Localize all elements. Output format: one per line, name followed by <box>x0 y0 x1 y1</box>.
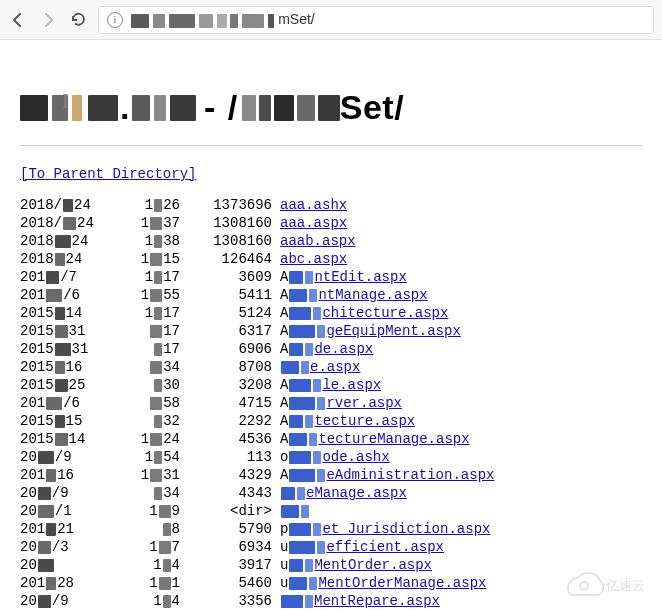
file-link[interactable]: eManage.aspx <box>306 484 407 502</box>
size-cell: 6934 <box>180 538 280 556</box>
date-cell: 201516 <box>20 358 120 376</box>
time-cell: 8 <box>120 520 180 538</box>
list-item: 20143917uMentOrder.aspx <box>20 556 642 574</box>
size-cell: 5124 <box>180 304 280 322</box>
time-cell: 32 <box>120 412 180 430</box>
list-item: 2012185790pet_Jurisdiction.aspx <box>20 520 642 538</box>
date-cell: 201525 <box>20 376 120 394</box>
size-cell: 1373696 <box>180 196 280 214</box>
name-cell: abc.aspx <box>280 250 642 268</box>
name-cell: Ade.aspx <box>280 340 642 358</box>
name-cell: pet_Jurisdiction.aspx <box>280 520 642 538</box>
file-link[interactable]: e.aspx <box>310 358 360 376</box>
time-cell: 117 <box>120 268 180 286</box>
date-cell: 201514 <box>20 304 120 322</box>
time-cell: 115 <box>120 250 180 268</box>
name-cell: Achitecture.aspx <box>280 304 642 322</box>
file-link[interactable]: le.aspx <box>322 376 381 394</box>
file-link[interactable]: tecture.aspx <box>314 412 415 430</box>
size-cell: 3208 <box>180 376 280 394</box>
size-cell: 126464 <box>180 250 280 268</box>
forward-button[interactable] <box>38 10 58 30</box>
parent-directory-link[interactable]: [To Parent Directory] <box>20 166 196 182</box>
list-item: 201/71173609AntEdit.aspx <box>20 268 642 286</box>
date-cell: 2018/24 <box>20 196 120 214</box>
time-cell: 154 <box>120 448 180 466</box>
file-link[interactable]: de.aspx <box>314 340 373 358</box>
name-cell: uefficient.aspx <box>280 538 642 556</box>
back-button[interactable] <box>8 10 28 30</box>
name-cell: aaa.aspx <box>280 214 642 232</box>
time-cell: 34 <box>120 358 180 376</box>
file-link[interactable]: et_Jurisdiction.aspx <box>322 520 490 538</box>
list-item: 20/3176934uefficient.aspx <box>20 538 642 556</box>
file-link[interactable]: ntEdit.aspx <box>314 268 406 286</box>
name-cell: AeAdministration.aspx <box>280 466 642 484</box>
time-cell: 34 <box>120 484 180 502</box>
size-cell: 4329 <box>180 466 280 484</box>
time-cell: 131 <box>120 466 180 484</box>
date-cell: 20/1 <box>20 502 120 520</box>
date-cell: 20 <box>20 556 120 574</box>
size-cell: <dir> <box>180 502 280 520</box>
file-link[interactable]: rver.aspx <box>326 394 402 412</box>
name-cell: e.aspx <box>280 358 642 376</box>
file-link[interactable]: eAdministration.aspx <box>326 466 494 484</box>
name-cell: AntManage.aspx <box>280 286 642 304</box>
time-cell: 17 <box>120 340 180 358</box>
size-cell: 3609 <box>180 268 280 286</box>
file-link[interactable]: ode.ashx <box>322 448 389 466</box>
list-item: 2018/241261373696aaa.ashx <box>20 196 642 214</box>
date-cell: 20121 <box>20 520 120 538</box>
file-link[interactable]: MentRepare.aspx <box>314 592 440 610</box>
size-cell: 6906 <box>180 340 280 358</box>
file-link[interactable]: ntManage.aspx <box>318 286 427 304</box>
date-cell: 201824 <box>20 232 120 250</box>
size-cell: 4536 <box>180 430 280 448</box>
file-link[interactable]: MentOrderManage.aspx <box>318 574 486 592</box>
time-cell: 117 <box>120 304 180 322</box>
name-cell: aaa.ashx <box>280 196 642 214</box>
date-cell: 20116 <box>20 466 120 484</box>
list-item: 201/6584715Arver.aspx <box>20 394 642 412</box>
size-cell: 1308160 <box>180 232 280 250</box>
file-link[interactable]: tectureManage.aspx <box>318 430 469 448</box>
list-item: 20128115460uMentOrderManage.aspx <box>20 574 642 592</box>
file-link[interactable]: chitecture.aspx <box>322 304 448 322</box>
list-item: 201824115126464abc.aspx <box>20 250 642 268</box>
size-cell: 5790 <box>180 520 280 538</box>
date-cell: 20128 <box>20 574 120 592</box>
date-cell: 2018/24 <box>20 214 120 232</box>
address-bar[interactable]: i mSet/ <box>98 6 654 34</box>
size-cell: 2292 <box>180 412 280 430</box>
url-text: mSet/ <box>131 11 315 27</box>
file-link[interactable]: efficient.aspx <box>326 538 444 556</box>
name-cell: oode.ashx <box>280 448 642 466</box>
list-item: 2015141244536AtectureManage.aspx <box>20 430 642 448</box>
divider <box>20 145 642 146</box>
time-cell: 30 <box>120 376 180 394</box>
reload-button[interactable] <box>68 10 88 30</box>
list-item: 20/119<dir> <box>20 502 642 520</box>
size-cell: 4343 <box>180 484 280 502</box>
file-link[interactable]: abc.aspx <box>280 250 347 268</box>
size-cell: 3917 <box>180 556 280 574</box>
file-link[interactable]: aaa.aspx <box>280 214 347 232</box>
list-item: 201516348708e.aspx <box>20 358 642 376</box>
info-icon[interactable]: i <box>107 12 123 28</box>
size-cell: 4715 <box>180 394 280 412</box>
text-cursor-icon: I <box>62 90 69 113</box>
name-cell: AntEdit.aspx <box>280 268 642 286</box>
name-cell: aaab.aspx <box>280 232 642 250</box>
file-link[interactable]: geEquipMent.aspx <box>326 322 460 340</box>
name-cell <box>280 505 642 518</box>
list-item: 201525303208Ale.aspx <box>20 376 642 394</box>
file-link[interactable]: MentOrder.aspx <box>314 556 432 574</box>
page-title: . - / Set/ <box>20 88 642 127</box>
list-item: 20/9143356MentRepare.aspx <box>20 592 642 610</box>
page-content: I . - / Set/ [To Parent Directory] 2018/… <box>0 40 662 610</box>
file-link[interactable]: aaa.ashx <box>280 196 347 214</box>
file-link[interactable]: aaab.aspx <box>280 232 356 250</box>
list-item: 20/9154113oode.ashx <box>20 448 642 466</box>
time-cell: 155 <box>120 286 180 304</box>
